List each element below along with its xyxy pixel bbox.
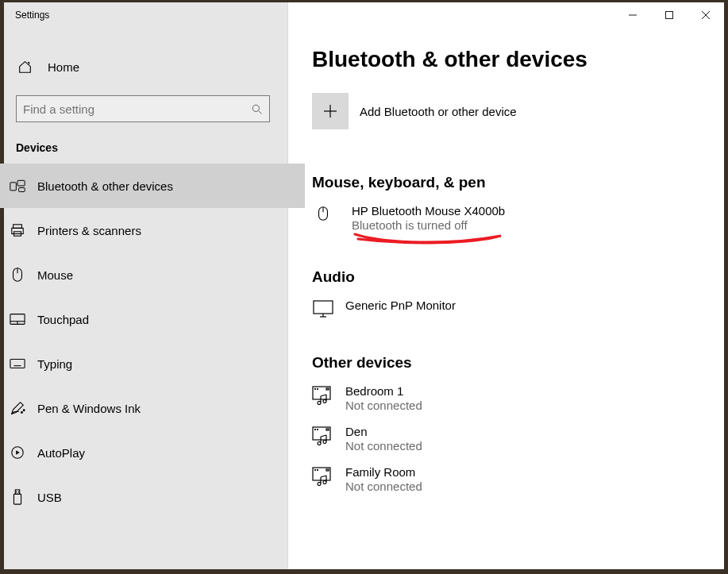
- svg-rect-1: [666, 12, 673, 19]
- device-item[interactable]: HP Bluetooth Mouse X4000bBluetooth is tu…: [312, 204, 724, 232]
- section-mouse-keyboard-pen: Mouse, keyboard, & penHP Bluetooth Mouse…: [312, 174, 724, 232]
- svg-point-44: [318, 430, 318, 430]
- device-item[interactable]: DenNot connected: [312, 425, 724, 453]
- home-icon: [16, 60, 33, 74]
- svg-point-4: [252, 105, 259, 111]
- nav-item-usb[interactable]: USB: [0, 475, 305, 519]
- media-device-icon: [312, 384, 334, 405]
- svg-rect-41: [326, 388, 329, 390]
- svg-rect-7: [17, 180, 25, 186]
- svg-point-47: [315, 470, 316, 471]
- svg-rect-45: [326, 429, 329, 430]
- search-box[interactable]: [16, 95, 270, 122]
- device-status: Bluetooth is turned off: [352, 218, 505, 232]
- nav-item-label: Pen & Windows Ink: [37, 402, 141, 415]
- page-title: Bluetooth & other devices: [312, 47, 724, 72]
- nav-item-printers-scanners[interactable]: Printers & scanners: [0, 208, 305, 252]
- device-name: Den: [345, 425, 422, 438]
- nav-item-pen-windows-ink[interactable]: Pen & Windows Ink: [0, 386, 305, 430]
- nav-item-label: Mouse: [37, 268, 73, 282]
- close-button[interactable]: [688, 2, 724, 28]
- svg-point-48: [318, 470, 318, 471]
- svg-rect-9: [13, 225, 22, 229]
- add-button[interactable]: [312, 93, 349, 129]
- section-audio: AudioGeneric PnP Monitor: [312, 268, 724, 318]
- device-item[interactable]: Generic PnP Monitor: [312, 299, 724, 318]
- hand-annotation: [353, 233, 504, 247]
- device-name: Family Room: [345, 465, 422, 479]
- search-icon: [251, 103, 263, 115]
- nav-item-bluetooth-other-devices[interactable]: Bluetooth & other devices: [0, 164, 305, 208]
- nav-item-label: Printers & scanners: [37, 224, 141, 237]
- nav-item-touchpad[interactable]: Touchpad: [0, 297, 305, 341]
- minimize-button[interactable]: [614, 2, 651, 28]
- nav-item-label: Touchpad: [37, 313, 89, 326]
- nav-item-label: USB: [37, 491, 62, 504]
- device-name: HP Bluetooth Mouse X4000b: [352, 204, 505, 218]
- svg-rect-6: [10, 183, 16, 191]
- touchpad-icon: [9, 313, 26, 326]
- printer-icon: [9, 223, 26, 237]
- svg-rect-28: [13, 494, 21, 504]
- device-item[interactable]: Bedroom 1Not connected: [312, 384, 724, 412]
- device-item[interactable]: Family RoomNot connected: [312, 465, 724, 493]
- nav-item-label: AutoPlay: [37, 446, 85, 460]
- search-input[interactable]: [23, 96, 251, 121]
- sidebar: Settings Home Devices Bluetooth & other …: [4, 2, 288, 569]
- category-heading: Devices: [16, 141, 270, 154]
- nav-item-label: Bluetooth & other devices: [37, 179, 173, 193]
- add-label: Add Bluetooth or other device: [360, 105, 517, 118]
- section-title: Audio: [312, 268, 724, 286]
- app-title: Settings: [4, 2, 287, 28]
- nav-item-typing[interactable]: Typing: [0, 341, 305, 386]
- maximize-button[interactable]: [651, 2, 688, 28]
- svg-rect-35: [314, 301, 333, 314]
- add-device-row[interactable]: Add Bluetooth or other device: [312, 93, 724, 129]
- nav-item-autoplay[interactable]: AutoPlay: [0, 430, 305, 475]
- home-label: Home: [48, 60, 79, 74]
- bluetooth-devices-icon: [9, 179, 26, 193]
- svg-rect-8: [19, 188, 25, 192]
- svg-line-5: [259, 110, 262, 114]
- svg-point-39: [315, 389, 316, 390]
- svg-rect-17: [10, 360, 25, 368]
- svg-point-25: [23, 410, 25, 411]
- svg-rect-49: [326, 469, 329, 471]
- usb-icon: [9, 489, 26, 505]
- mouse-icon: [312, 204, 334, 222]
- device-name: Generic PnP Monitor: [345, 299, 456, 312]
- mouse-icon: [9, 267, 26, 283]
- nav-list: Bluetooth & other devicesPrinters & scan…: [0, 164, 305, 519]
- media-device-icon: [312, 465, 334, 486]
- section-title: Mouse, keyboard, & pen: [312, 174, 724, 191]
- device-status: Not connected: [345, 439, 422, 453]
- keyboard-icon: [9, 358, 26, 369]
- section-other-devices: Other devicesBedroom 1Not connectedDenNo…: [312, 354, 724, 493]
- svg-point-24: [21, 412, 23, 414]
- section-title: Other devices: [312, 354, 724, 372]
- svg-point-40: [318, 389, 318, 390]
- home-link[interactable]: Home: [16, 50, 270, 83]
- nav-item-label: Typing: [37, 357, 72, 371]
- monitor-icon: [312, 299, 334, 318]
- autoplay-icon: [9, 445, 26, 460]
- settings-window: Settings Home Devices Bluetooth & other …: [4, 2, 724, 569]
- device-status: Not connected: [345, 399, 422, 412]
- pen-icon: [9, 400, 26, 416]
- svg-point-43: [315, 430, 316, 430]
- window-controls: [614, 2, 724, 28]
- device-status: Not connected: [345, 480, 422, 493]
- nav-item-mouse[interactable]: Mouse: [0, 252, 305, 297]
- media-device-icon: [312, 425, 334, 445]
- device-name: Bedroom 1: [345, 384, 422, 398]
- content-area: Bluetooth & other devices Add Bluetooth …: [288, 2, 724, 569]
